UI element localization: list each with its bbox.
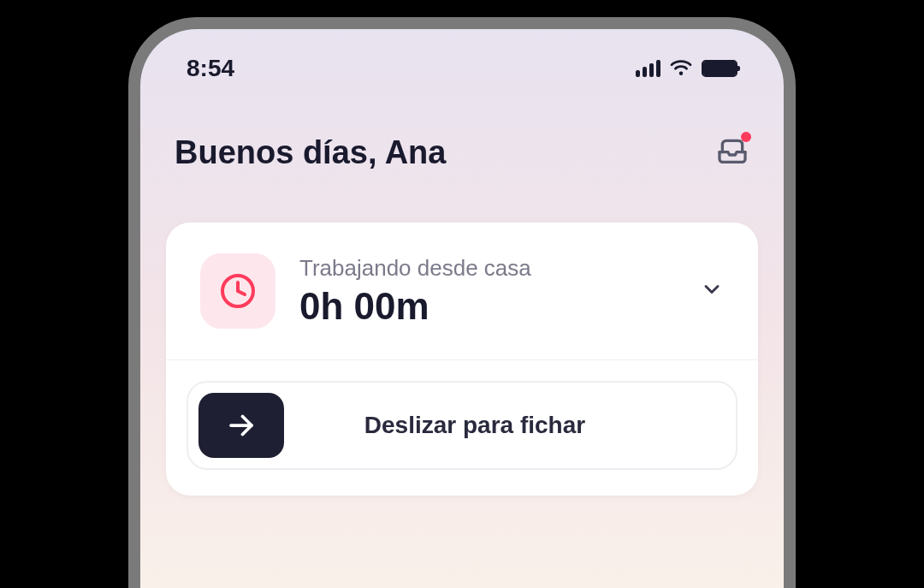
work-time-display: 0h 00m [299,285,676,328]
work-status-text: Trabajando desde casa 0h 00m [299,255,676,328]
status-bar: 8:54 [140,29,784,99]
status-time: 8:54 [187,55,234,82]
slider-handle[interactable] [198,393,284,458]
status-icons [636,57,737,80]
battery-icon [702,60,737,77]
cellular-signal-icon [636,60,660,77]
greeting-text: Buenos días, Ana [175,134,446,171]
clock-in-slider[interactable]: Deslizar para fichar [187,381,737,470]
work-status-row[interactable]: Trabajando desde casa 0h 00m [166,223,758,360]
work-location-label: Trabajando desde casa [299,255,676,282]
clock-badge [200,253,275,329]
arrow-right-icon [226,410,257,441]
clock-icon [217,270,258,312]
work-status-card: Trabajando desde casa 0h 00m [166,223,758,496]
notification-dot [741,132,751,142]
slider-label: Deslizar para fichar [301,412,726,439]
inbox-button[interactable] [715,134,749,171]
wifi-icon [669,57,693,80]
screen: 8:54 Buenos día [140,29,784,588]
slider-container: Deslizar para fichar [166,360,758,496]
svg-point-0 [679,72,683,75]
phone-frame: 8:54 Buenos día [128,17,796,588]
chevron-down-icon [700,277,724,305]
header: Buenos días, Ana [140,99,784,188]
